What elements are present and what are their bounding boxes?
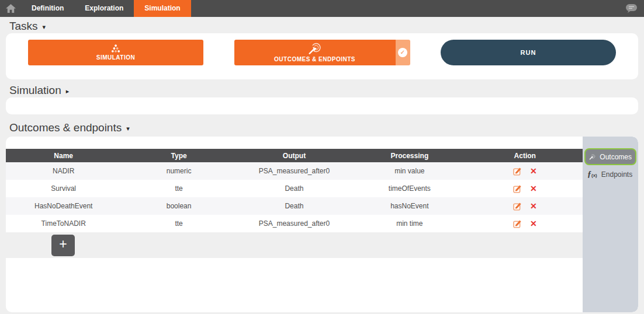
click-target-icon: [308, 43, 322, 55]
simulation-heading-label: Simulation: [9, 85, 61, 96]
cell-name: TimeToNADIR: [6, 215, 121, 232]
caret-down-icon: ▾: [126, 121, 130, 134]
table-row: Survival tte Death timeOfEvents ✕: [6, 180, 583, 197]
nav-tab-simulation[interactable]: Simulation: [134, 0, 191, 17]
edit-button[interactable]: [513, 184, 522, 193]
outcomes-heading-label: Outcomes & endpoints: [9, 122, 122, 134]
check-circle-icon: ✓: [398, 48, 407, 57]
home-button[interactable]: [0, 0, 21, 17]
outcomes-task-button-main[interactable]: OUTCOMES & ENDPOINTS: [234, 40, 396, 65]
click-target-icon: [589, 152, 595, 162]
delete-button[interactable]: ✕: [530, 167, 537, 175]
cell-name: Survival: [6, 180, 121, 197]
delete-x-icon: ✕: [530, 202, 537, 210]
table-row: TimeToNADIR tte PSA_measured_after0 min …: [6, 215, 583, 232]
cell-type: tte: [121, 180, 236, 197]
fx-icon: ƒ (x): [587, 170, 597, 179]
sidebar-tab-endpoints[interactable]: ƒ (x) Endpoints: [583, 168, 638, 181]
plus-icon: +: [59, 238, 67, 251]
delete-button[interactable]: ✕: [530, 184, 537, 193]
cell-output: PSA_measured_after0: [237, 215, 352, 232]
check-glyph: ✓: [400, 50, 405, 55]
outcomes-panel: Name Type Output Processing Action NADIR…: [6, 137, 638, 312]
sidebar-tab-outcomes[interactable]: Outcomes: [584, 148, 636, 165]
add-row-strip: +: [6, 232, 583, 258]
tasks-section-heading[interactable]: Tasks ▾: [9, 20, 644, 32]
cell-output: Death: [237, 180, 352, 197]
cell-output: Death: [237, 197, 352, 215]
cell-name: HasNoDeathEvent: [6, 197, 121, 215]
top-nav-bar: Definition Exploration Simulation: [0, 0, 644, 17]
column-header-name: Name: [6, 149, 121, 162]
cell-name: NADIR: [6, 162, 121, 180]
outcomes-completed-strip: ✓: [396, 40, 410, 65]
cell-type: boolean: [121, 197, 236, 215]
dots-pyramid-icon: [110, 44, 122, 53]
caret-down-icon: ▾: [43, 20, 46, 33]
nav-tab-definition[interactable]: Definition: [21, 0, 74, 17]
delete-x-icon: ✕: [530, 219, 537, 228]
chat-button[interactable]: [625, 4, 638, 13]
outcomes-table-zone: Name Type Output Processing Action NADIR…: [6, 137, 583, 258]
delete-button[interactable]: ✕: [530, 219, 537, 228]
run-button[interactable]: RUN: [441, 40, 616, 65]
edit-button[interactable]: [513, 219, 522, 228]
simulation-panel: [6, 97, 638, 114]
sidebar-tab-endpoints-label: Endpoints: [601, 170, 632, 179]
tasks-panel: SIMULATION OUTCOMES & ENDPOINTS ✓ RUN: [6, 33, 638, 79]
simulation-section-heading[interactable]: Simulation ▸: [9, 85, 644, 96]
fx-icon-f: ƒ: [587, 170, 591, 179]
edit-button[interactable]: [513, 202, 522, 211]
cell-processing: timeOfEvents: [352, 180, 467, 197]
delete-x-icon: ✕: [530, 167, 537, 175]
cell-processing: min value: [352, 162, 467, 180]
caret-right-icon: ▸: [66, 84, 70, 97]
column-header-processing: Processing: [352, 149, 467, 162]
chat-bubble-icon: [625, 4, 638, 13]
edit-button[interactable]: [513, 167, 522, 176]
table-header-row: Name Type Output Processing Action: [6, 149, 583, 162]
simulation-button-label: SIMULATION: [96, 54, 135, 61]
cell-processing: hasNoEvent: [352, 197, 467, 215]
outcomes-task-button[interactable]: OUTCOMES & ENDPOINTS ✓: [234, 40, 410, 65]
fx-icon-x: (x): [591, 173, 597, 178]
run-button-label: RUN: [521, 49, 536, 56]
cell-output: PSA_measured_after0: [237, 162, 352, 180]
add-outcome-button[interactable]: +: [51, 235, 75, 256]
nav-tab-exploration[interactable]: Exploration: [74, 0, 134, 17]
column-header-action: Action: [468, 149, 583, 162]
sidebar-tab-outcomes-label: Outcomes: [600, 153, 632, 161]
outcomes-sidebar: Outcomes ƒ (x) Endpoints: [583, 137, 638, 312]
cell-type: tte: [121, 215, 236, 232]
cell-processing: min time: [352, 215, 467, 232]
tasks-heading-label: Tasks: [9, 20, 38, 32]
edit-pencil-icon: [513, 167, 522, 176]
table-row: NADIR numeric PSA_measured_after0 min va…: [6, 162, 583, 180]
delete-button[interactable]: ✕: [530, 202, 537, 210]
cell-type: numeric: [121, 162, 236, 180]
edit-pencil-icon: [513, 219, 522, 228]
edit-pencil-icon: [513, 202, 522, 211]
home-icon: [6, 4, 16, 13]
outcomes-button-label: OUTCOMES & ENDPOINTS: [274, 56, 355, 62]
outcomes-section-heading[interactable]: Outcomes & endpoints ▾: [9, 122, 644, 134]
edit-pencil-icon: [513, 184, 522, 193]
column-header-type: Type: [121, 149, 236, 162]
simulation-task-button[interactable]: SIMULATION: [28, 40, 203, 65]
outcomes-table: Name Type Output Processing Action NADIR…: [6, 149, 583, 232]
delete-x-icon: ✕: [530, 184, 537, 193]
column-header-output: Output: [237, 149, 352, 162]
table-row: HasNoDeathEvent boolean Death hasNoEvent…: [6, 197, 583, 215]
